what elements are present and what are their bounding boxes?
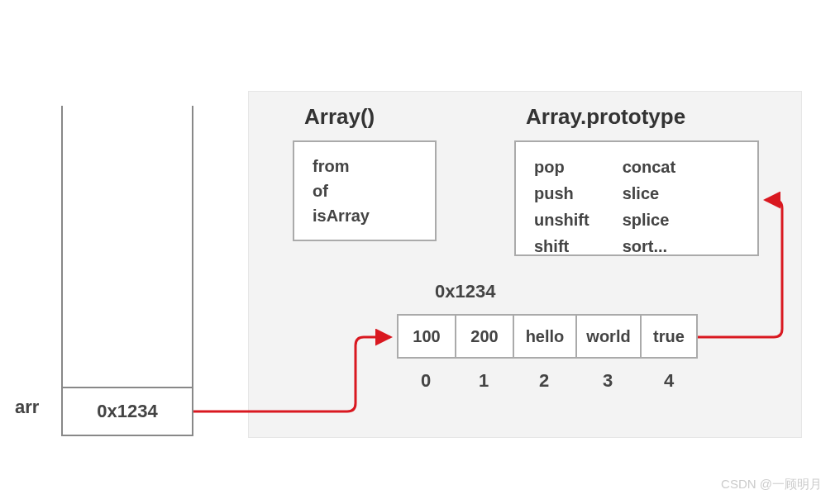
array-cell: hello [513,314,575,359]
stack-cell-address: 0x1234 [63,387,192,435]
array-cell: true [640,314,698,359]
instance-address-label: 0x1234 [435,281,495,302]
array-constructor-title: Array() [304,104,375,130]
proto-method: unshift [534,207,589,233]
proto-method: push [534,180,589,207]
watermark: CSDN @一顾明月 [721,477,822,492]
stack-box: 0x1234 [61,106,193,436]
array-method: isArray [313,203,417,228]
array-cells: 100 200 hello world true [397,314,698,359]
array-cell: 100 [397,314,455,359]
proto-col-2: concat slice splice sort... [623,154,675,243]
array-indices: 0 1 2 3 4 [397,370,698,392]
array-prototype-title: Array.prototype [526,104,685,130]
array-cell: world [575,314,640,359]
proto-method: splice [623,207,675,233]
proto-method: slice [623,180,675,207]
variable-name-label: arr [15,397,39,418]
array-method: of [313,178,417,203]
array-index: 0 [397,370,455,392]
proto-method: sort... [623,233,675,259]
proto-col-1: pop push unshift shift [534,154,589,243]
array-index: 4 [640,370,698,392]
array-index: 3 [575,370,640,392]
array-index: 1 [455,370,513,392]
array-prototype-box: pop push unshift shift concat slice spli… [514,140,759,256]
proto-method: pop [534,154,589,180]
proto-method: concat [623,154,675,180]
proto-method: shift [534,233,589,259]
array-cell: 200 [455,314,513,359]
array-index: 2 [513,370,575,392]
diagram-canvas: arr 0x1234 Array() from of isArray Array… [0,0,840,504]
array-constructor-box: from of isArray [293,140,437,241]
array-method: from [313,154,417,178]
